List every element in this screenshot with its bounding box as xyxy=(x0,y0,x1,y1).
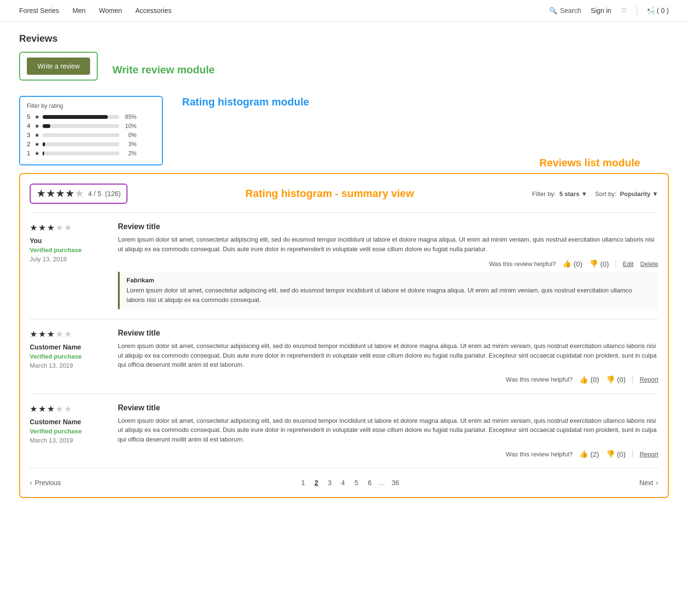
page-3[interactable]: 3 xyxy=(325,478,334,488)
search-button[interactable]: 🔍 Search xyxy=(549,7,581,14)
next-button[interactable]: Next › xyxy=(640,479,658,487)
review-title-2: Review title xyxy=(118,329,658,337)
review-stars-3: ★ ★ ★ ★ ★ xyxy=(30,404,106,414)
page-4[interactable]: 4 xyxy=(338,478,348,488)
thumbs-down-icon-1: 👎 xyxy=(589,259,598,268)
upvote-2[interactable]: 👍 (0) xyxy=(579,375,599,384)
upvote-1[interactable]: 👍 (0) xyxy=(562,259,582,268)
page-2[interactable]: 2 xyxy=(311,478,321,488)
summary-count: (126) xyxy=(105,190,121,198)
review-actions-3: Was this review helpful? 👍 (2) 👎 (0) Rep… xyxy=(118,450,658,458)
nav-links: Forest Series Men Women Accessories xyxy=(19,7,172,14)
fabrikam-response-1: Fabrikam Lorem ipsum dolor sit amet, con… xyxy=(118,272,658,309)
nav-accessories[interactable]: Accessories xyxy=(135,7,171,14)
up-count-1: (0) xyxy=(573,260,582,268)
hist-row-1[interactable]: 1 ★ 2% xyxy=(27,150,155,157)
verified-badge-2: Verified purchase xyxy=(30,353,106,360)
action-sep-1 xyxy=(616,260,616,267)
histogram-row: Filter by rating 5 ★ 85% 4 ★ 10% 3 ★ 0% xyxy=(19,96,669,165)
next-label: Next xyxy=(640,479,654,487)
prev-label: Previous xyxy=(35,479,61,487)
review-right-3: Review title Lorem ipsum dolor sit amet,… xyxy=(118,404,658,459)
thumbs-up-filled-icon-3: 👍 xyxy=(579,450,588,458)
helpful-label-3: Was this review helpful? xyxy=(506,451,573,458)
downvote-3[interactable]: 👎 (0) xyxy=(606,450,626,458)
helpful-label-2: Was this review helpful? xyxy=(506,376,573,383)
down-count-1: (0) xyxy=(600,260,609,268)
histogram-module-label: Rating histogram module xyxy=(182,96,309,108)
helpful-label-1: Was this review helpful? xyxy=(489,260,556,267)
delete-link-1[interactable]: Delete xyxy=(640,260,658,267)
up-count-2: (0) xyxy=(590,375,599,384)
search-label: Search xyxy=(560,7,581,14)
histogram-filter-title: Filter by rating xyxy=(27,103,155,109)
thumbs-up-icon-2: 👍 xyxy=(579,375,588,384)
down-count-2: (0) xyxy=(617,375,626,384)
sort-by-label: Sort by: Popularity ▼ xyxy=(595,190,658,198)
review-right-1: Review title Lorem ipsum dolor sit amet,… xyxy=(118,222,658,309)
review-actions-2: Was this review helpful? 👍 (0) 👎 (0) Rep… xyxy=(118,375,658,384)
star-4: ★ xyxy=(65,187,75,200)
thumbs-down-icon-2: 👎 xyxy=(606,375,615,384)
write-review-row: Write a review Write review module xyxy=(19,52,669,88)
summary-stars: ★ ★ ★ ★ ★ xyxy=(36,187,84,200)
review-title-3: Review title xyxy=(118,404,658,412)
star-5: ★ xyxy=(75,187,84,200)
star-3: ★ xyxy=(56,187,65,200)
hist-row-2[interactable]: 2 ★ 3% xyxy=(27,140,155,148)
review-actions-1: Was this review helpful? 👍 (0) 👎 (0) Edi… xyxy=(118,259,658,268)
page-6[interactable]: 6 xyxy=(365,478,375,488)
downvote-2[interactable]: 👎 (0) xyxy=(606,375,626,384)
cart-icon[interactable]: 🛀 (0) xyxy=(647,7,669,14)
review-body-3: Lorem ipsum dolor sit amet, consectetur … xyxy=(118,416,658,444)
review-right-2: Review title Lorem ipsum dolor sit amet,… xyxy=(118,329,658,384)
thumbs-up-icon-1: 👍 xyxy=(562,259,572,268)
downvote-1[interactable]: 👎 (0) xyxy=(589,259,609,268)
reviews-list-module: ★ ★ ★ ★ ★ 4 / 5 (126) Rating histogram -… xyxy=(19,173,669,498)
review-left-1: ★ ★ ★ ★ ★ You Verified purchase July 13,… xyxy=(30,222,106,309)
star-1: ★ xyxy=(36,187,46,200)
edit-link-1[interactable]: Edit xyxy=(623,260,633,267)
page-last[interactable]: 36 xyxy=(389,478,402,488)
sort-dropdown-icon[interactable]: ▼ xyxy=(652,190,658,198)
hist-row-3[interactable]: 3 ★ 0% xyxy=(27,131,155,139)
star-2: ★ xyxy=(46,187,56,200)
review-left-3: ★ ★ ★ ★ ★ Customer Name Verified purchas… xyxy=(30,404,106,459)
wishlist-icon[interactable]: ♡ xyxy=(621,7,627,14)
cart-count: ( xyxy=(657,7,659,14)
search-icon: 🔍 xyxy=(549,7,557,14)
prev-button[interactable]: ‹ Previous xyxy=(30,479,61,487)
upvote-3[interactable]: 👍 (2) xyxy=(579,450,599,458)
write-review-button[interactable]: Write a review xyxy=(27,58,90,75)
chevron-right-icon: › xyxy=(656,479,658,487)
summary-module-border: ★ ★ ★ ★ ★ 4 / 5 (126) xyxy=(30,184,127,204)
review-stars-2: ★ ★ ★ ★ ★ xyxy=(30,329,106,339)
review-date-1: July 13, 2018 xyxy=(30,256,106,263)
review-card-3: ★ ★ ★ ★ ★ Customer Name Verified purchas… xyxy=(30,394,658,468)
hist-row-5[interactable]: 5 ★ 85% xyxy=(27,113,155,120)
thumbs-down-icon-3: 👎 xyxy=(606,450,615,458)
summary-score: 4 / 5 xyxy=(88,190,101,198)
verified-badge-3: Verified purchase xyxy=(30,428,106,435)
review-stars-1: ★ ★ ★ ★ ★ xyxy=(30,222,106,233)
review-card-2: ★ ★ ★ ★ ★ Customer Name Verified purchas… xyxy=(30,319,658,394)
reviews-list-module-label: Reviews list module xyxy=(539,157,640,169)
reviews-list-section: Reviews list module ★ ★ ★ ★ ★ 4 / 5 (126… xyxy=(19,173,669,498)
review-date-2: March 13, 2019 xyxy=(30,362,106,369)
write-review-module-label: Write review module xyxy=(112,64,215,76)
nav-women[interactable]: Women xyxy=(99,7,122,14)
filter-dropdown-icon[interactable]: ▼ xyxy=(581,190,587,198)
report-link-2[interactable]: Report xyxy=(640,376,658,383)
page-ellipsis: … xyxy=(378,479,385,487)
hist-row-4[interactable]: 4 ★ 10% xyxy=(27,122,155,129)
nav-forest-series[interactable]: Forest Series xyxy=(19,7,59,14)
page-5[interactable]: 5 xyxy=(352,478,361,488)
nav-men[interactable]: Men xyxy=(72,7,85,14)
write-review-module: Write a review xyxy=(19,52,98,81)
page-1[interactable]: 1 xyxy=(298,478,308,488)
signin-link[interactable]: Sign in xyxy=(591,7,611,14)
page-title: Reviews xyxy=(19,33,669,44)
page-content: Reviews Write a review Write review modu… xyxy=(0,22,688,510)
report-link-3[interactable]: Report xyxy=(640,451,658,458)
review-left-2: ★ ★ ★ ★ ★ Customer Name Verified purchas… xyxy=(30,329,106,384)
